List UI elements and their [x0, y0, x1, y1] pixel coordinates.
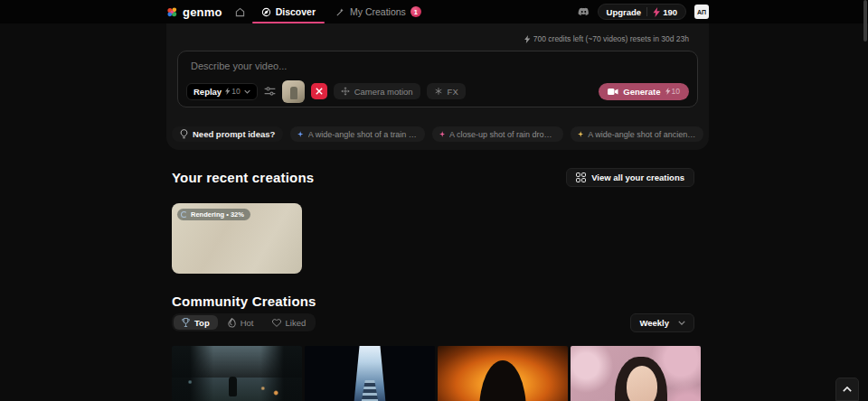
community-creations-header: Community Creations — [172, 294, 316, 309]
video-camera-icon — [608, 88, 618, 96]
tab-discover-label: Discover — [276, 6, 316, 17]
rendering-progress-text: Rendering • 32% — [191, 210, 244, 219]
fx-sparkle-icon — [434, 87, 443, 96]
portrait-face — [627, 366, 657, 401]
grid-icon — [576, 173, 586, 182]
tab-discover[interactable]: Discover — [258, 0, 319, 23]
lightning-small-icon — [524, 35, 531, 43]
recent-creations-header: Your recent creations View all your crea… — [172, 168, 694, 187]
home-button[interactable] — [235, 7, 245, 17]
video-thumb-rainy-street[interactable] — [172, 346, 302, 401]
creations-count-badge: 1 — [410, 6, 421, 17]
prompt-box: Replay 10 — [177, 51, 698, 107]
replay-cost: 10 — [225, 87, 240, 96]
scrollbar[interactable] — [863, 0, 867, 42]
prompt-suggestion-chip[interactable]: A wide-angle shot of a train crossing a … — [290, 126, 424, 142]
sliders-icon — [264, 86, 276, 97]
prompt-input[interactable] — [191, 61, 679, 77]
remove-image-button[interactable] — [311, 83, 327, 99]
generate-label: Generate — [623, 87, 660, 97]
video-thumb-fire-hooded-figure[interactable] — [438, 346, 568, 401]
video-thumb-blossom-portrait[interactable] — [571, 346, 701, 401]
pill-divider — [646, 7, 647, 16]
fx-button[interactable]: FX — [427, 83, 466, 99]
close-icon — [316, 88, 323, 95]
tab-my-creations-label: My Creations — [350, 6, 406, 17]
generate-cost: 10 — [665, 87, 680, 96]
tab-liked[interactable]: Liked — [264, 315, 315, 330]
walking-figure — [229, 377, 237, 396]
view-all-creations-button[interactable]: View all your creations — [566, 168, 694, 187]
discord-icon — [578, 7, 590, 16]
nav-right: Upgrade 190 АП — [578, 4, 709, 20]
recent-creations-title: Your recent creations — [172, 170, 314, 185]
chevron-down-icon — [244, 89, 250, 94]
prompt-suggestion-chip[interactable]: A wide-angle shot of ancient stone circl… — [571, 126, 703, 142]
spinner-icon — [181, 211, 187, 218]
flame-icon — [228, 318, 236, 328]
brand-name: genmo — [183, 5, 222, 19]
attached-image-thumbnail[interactable] — [282, 80, 305, 103]
credits-counter: 190 — [653, 7, 677, 17]
sparkle-icon — [578, 130, 583, 138]
tab-liked-label: Liked — [286, 318, 307, 328]
camera-motion-label: Camera motion — [354, 87, 413, 97]
wand-icon — [335, 7, 345, 17]
community-video-grid — [172, 346, 701, 401]
generate-button[interactable]: Generate 10 — [599, 83, 689, 100]
heart-icon — [272, 319, 281, 327]
prompt-suggestion-chip[interactable]: A close-up shot of rain droplets racing … — [432, 126, 563, 142]
credits-value: 190 — [663, 7, 677, 17]
prompt-ideas-row: Need prompt ideas? A wide-angle shot of … — [172, 126, 703, 142]
generate-cost-value: 10 — [672, 87, 680, 96]
suggestion-text: A wide-angle shot of ancient stone circl… — [588, 130, 696, 139]
replay-model-selector[interactable]: Replay 10 — [186, 83, 258, 100]
period-value: Weekly — [639, 318, 669, 328]
chevron-down-icon — [678, 321, 685, 325]
composer-controls: Replay 10 — [186, 82, 689, 100]
suggestion-text: A close-up shot of rain droplets racing … — [449, 130, 556, 139]
need-prompt-ideas-button[interactable]: Need prompt ideas? — [172, 126, 283, 142]
nav-left: genmo Discover My Creations 1 — [166, 0, 425, 23]
genmo-logo[interactable]: genmo — [166, 5, 222, 19]
lightbulb-icon — [180, 129, 188, 139]
replay-cost-value: 10 — [231, 87, 240, 96]
tab-hot[interactable]: Hot — [220, 315, 262, 330]
sparkle-icon — [297, 130, 303, 138]
chevron-up-icon — [843, 387, 852, 392]
sparkle-icon — [439, 130, 445, 138]
credits-remaining-text: 700 credits left (~70 videos) resets in … — [533, 34, 689, 43]
view-all-label: View all your creations — [591, 173, 684, 182]
tab-top[interactable]: Top — [174, 315, 218, 330]
video-thumb-light-staircase[interactable] — [305, 346, 435, 401]
move-arrows-icon — [341, 87, 350, 96]
replay-label: Replay — [193, 87, 222, 97]
settings-sliders-button[interactable] — [264, 86, 276, 97]
fx-label: FX — [448, 87, 458, 97]
suggestion-text: A wide-angle shot of a train crossing a … — [308, 130, 418, 139]
tab-my-creations[interactable]: My Creations 1 — [332, 0, 425, 23]
upgrade-button[interactable]: Upgrade 190 — [598, 4, 686, 20]
rendering-status-badge: Rendering • 32% — [177, 209, 250, 220]
hooded-silhouette — [479, 360, 526, 401]
top-navbar: genmo Discover My Creations 1 — [0, 0, 868, 23]
upgrade-label: Upgrade — [607, 7, 642, 17]
community-tabs: Top Hot Liked — [172, 313, 316, 331]
recent-creation-rendering-tile[interactable]: Rendering • 32% — [172, 203, 302, 274]
period-dropdown[interactable]: Weekly — [630, 313, 694, 332]
genmo-app: genmo Discover My Creations 1 — [0, 0, 868, 401]
home-icon — [235, 7, 245, 17]
lightning-tiny-icon — [225, 88, 231, 95]
tab-top-label: Top — [194, 318, 210, 328]
camera-motion-button[interactable]: Camera motion — [334, 83, 420, 99]
credits-remaining: 700 credits left (~70 videos) resets in … — [524, 34, 689, 43]
discover-compass-icon — [261, 7, 271, 17]
composer-panel: 700 credits left (~70 videos) resets in … — [166, 23, 709, 150]
discord-button[interactable] — [578, 7, 590, 16]
trophy-icon — [182, 318, 190, 327]
community-creations-title: Community Creations — [172, 294, 316, 309]
lightning-tiny-icon — [665, 88, 671, 95]
scroll-to-top-button[interactable] — [835, 378, 859, 401]
community-filter-row: Top Hot Liked Weekly — [172, 313, 694, 331]
avatar[interactable]: АП — [694, 5, 709, 19]
